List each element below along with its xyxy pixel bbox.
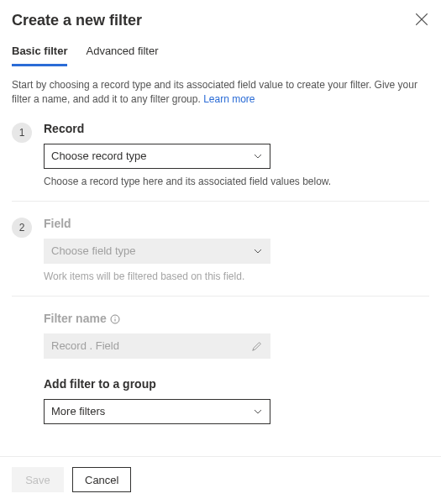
filter-group-value: More filters (51, 405, 105, 417)
record-type-dropdown[interactable]: Choose record type (44, 144, 270, 169)
filter-name-input: Record . Field (44, 333, 270, 359)
field-label: Field (44, 217, 429, 230)
group-label: Add filter to a group (44, 377, 429, 391)
tab-strip: Basic filter Advanced filter (12, 45, 429, 66)
field-hint: Work items will be filtered based on thi… (44, 270, 429, 282)
filter-name-label-text: Filter name (44, 312, 107, 325)
chevron-down-icon (253, 246, 263, 256)
intro-text: Start by choosing a record type and its … (12, 78, 429, 107)
field-type-placeholder: Choose field type (51, 244, 135, 257)
footer-divider (0, 456, 441, 457)
dialog-title: Create a new filter (12, 12, 142, 29)
filter-name-label: Filter name (44, 312, 429, 325)
filter-name-placeholder: Record . Field (51, 339, 119, 352)
cancel-button[interactable]: Cancel (72, 467, 131, 492)
record-type-placeholder: Choose record type (51, 150, 146, 162)
record-hint: Choose a record type here and its associ… (44, 176, 429, 187)
svg-point-4 (114, 317, 115, 318)
record-label: Record (44, 122, 429, 135)
field-type-dropdown: Choose field type (44, 239, 270, 264)
step-number-1: 1 (12, 123, 32, 143)
close-icon[interactable] (414, 12, 429, 27)
learn-more-link[interactable]: Learn more (203, 93, 255, 105)
tab-basic-filter[interactable]: Basic filter (12, 45, 67, 66)
tab-advanced-filter[interactable]: Advanced filter (86, 45, 158, 66)
filter-group-dropdown[interactable]: More filters (44, 399, 270, 424)
save-button: Save (12, 467, 64, 492)
pencil-icon (251, 340, 263, 352)
chevron-down-icon (253, 407, 263, 417)
chevron-down-icon (253, 151, 263, 161)
info-icon[interactable] (110, 313, 120, 323)
step-number-2: 2 (12, 218, 32, 238)
